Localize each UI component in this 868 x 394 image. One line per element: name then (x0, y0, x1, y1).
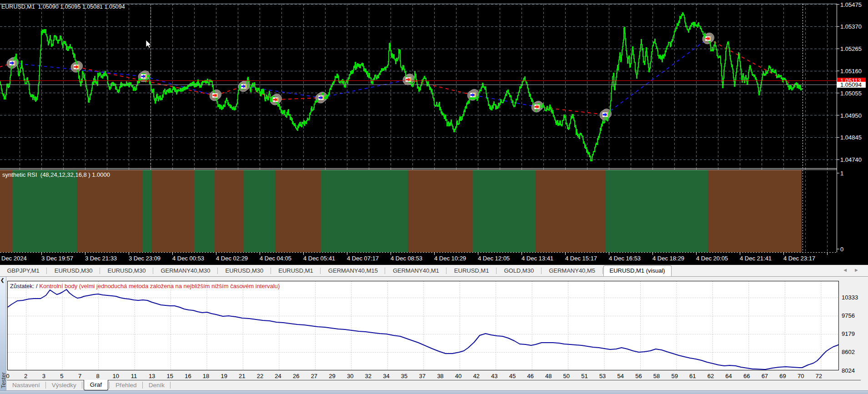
tab-scroll-arrows[interactable]: ◄► (843, 267, 865, 273)
trade-marker-buy[interactable] (602, 112, 608, 117)
trade-axis-label: 32 (365, 373, 371, 379)
trade-axis-label: 18 (203, 373, 209, 379)
rsi-indicator-label: synthetic RSI (48,24,12,32,16,8 ) 1.0000 (2, 171, 110, 178)
chart-tab[interactable]: GERMANY40,M1 (386, 267, 446, 274)
time-axis-label: 4 Dec 08:53 (391, 255, 422, 262)
chart-tab[interactable]: EURUSD,M1 (447, 267, 496, 274)
tester-tab-vysledky[interactable]: Výsledky (46, 382, 82, 389)
rsi-scale-max: 1 (840, 170, 843, 177)
chart-tab[interactable]: EURUSD,M30 (100, 267, 153, 274)
trade-marker-sell[interactable] (74, 65, 79, 69)
time-axis-label: 4 Dec 07:17 (347, 255, 379, 262)
chart-tab[interactable]: GERMANY40,M15 (321, 267, 385, 274)
tab-scroll-left-icon[interactable]: ◄ (843, 267, 854, 273)
tab-separator (82, 382, 83, 389)
trade-axis-label: 61 (689, 373, 696, 379)
trade-axis-label: 21 (239, 373, 245, 379)
tester-tab-prehled[interactable]: Přehled (110, 382, 142, 389)
chart-tab[interactable]: EURUSD,M30 (218, 267, 271, 274)
balance-axis-label: 9179 (842, 330, 855, 337)
trade-axis-label: 37 (419, 373, 425, 379)
time-axis-label: 4 Dec 04:05 (260, 255, 291, 262)
time-axis-label: 4 Dec 16:53 (609, 255, 641, 262)
balance-graph-canvas[interactable] (8, 281, 838, 370)
chart-tab[interactable]: GERMANY40,M30 (154, 267, 217, 274)
chart-window[interactable]: EURUSD,M1 1.05090 1.05095 1.05081 1.0509… (0, 0, 868, 264)
time-axis-label: 4 Dec 05:41 (303, 255, 335, 262)
chart-tab[interactable]: GBPJPY,M1 (0, 267, 46, 274)
trade-marker-buy[interactable] (318, 95, 324, 100)
trade-axis-label: 58 (653, 373, 660, 379)
trade-axis-label: 43 (491, 373, 497, 379)
time-axis-label: 4 Dec 02:29 (216, 255, 248, 262)
trade-axis-label: 10 (113, 373, 119, 379)
trade-marker-sell[interactable] (273, 97, 278, 102)
trade-axis-label: 7 (78, 373, 81, 379)
tester-tab-denik[interactable]: Deník (143, 382, 170, 389)
tester-graph-box[interactable]: Zůstatek: / Kontrolní body (velmi jednod… (7, 281, 839, 370)
rsi-band-green (244, 170, 275, 252)
trade-marker-sell[interactable] (212, 93, 218, 98)
tester-sidebar[interactable]: ❮ Tester (0, 277, 6, 391)
balance-series-label: Zůstatek: / (10, 283, 38, 289)
collapse-panel-icon[interactable]: ❮ (0, 278, 4, 283)
chart-tab[interactable]: EURUSD,M30 (47, 267, 100, 274)
price-chart-canvas[interactable] (0, 0, 868, 264)
trade-axis-label: 53 (599, 373, 606, 379)
trade-axis-label: 46 (527, 373, 533, 379)
trade-axis-label: 27 (311, 373, 317, 379)
price-axis-label: 1.04740 (840, 156, 862, 163)
trade-axis-label: 34 (383, 373, 389, 379)
status-bar (0, 390, 868, 394)
time-axis-label: 3 Dec 19:57 (41, 255, 73, 262)
trade-marker-buy[interactable] (141, 74, 146, 79)
trade-marker-sell[interactable] (705, 36, 711, 41)
time-axis-label: 4 Dec 23:17 (783, 255, 815, 262)
price-line (0, 13, 802, 161)
trade-axis-label: 8 (96, 373, 100, 379)
price-axis-label: 1.05265 (840, 45, 862, 52)
tab-scroll-right-icon[interactable]: ► (854, 267, 865, 273)
trade-axis-label: 30 (347, 373, 353, 379)
trade-axis-label: 24 (275, 373, 281, 379)
trade-marker-sell[interactable] (534, 105, 540, 109)
tester-graph-title: Zůstatek: / Kontrolní body (velmi jednod… (10, 283, 280, 289)
time-axis-label: 4 Dec 12:05 (478, 255, 510, 262)
time-axis-label: 4 Dec 00:53 (172, 255, 204, 262)
trade-axis-label: 59 (671, 373, 677, 379)
control-points-note: Kontrolní body (velmi jednoduchá metoda … (39, 283, 280, 289)
trade-marker-buy[interactable] (470, 93, 476, 97)
rsi-band-green (321, 170, 408, 252)
rsi-band-green (606, 170, 708, 252)
trade-marker-sell[interactable] (406, 77, 411, 82)
trade-axis-label: 45 (509, 373, 516, 379)
balance-axis-label: 9756 (842, 312, 855, 319)
price-axis-label: 1.04950 (840, 112, 862, 119)
rsi-band-brown (275, 170, 321, 252)
chart-tab[interactable]: GERMANY40,M5 (542, 267, 602, 274)
chart-tab[interactable]: GOLD,M30 (497, 267, 541, 274)
strategy-tester-panel: ❮ Tester Zůstatek: / Kontrolní body (vel… (0, 276, 868, 390)
trade-marker-buy[interactable] (10, 61, 15, 65)
trade-line-buy (144, 76, 215, 95)
tester-tab-nastaveni[interactable]: Nastavení (7, 382, 45, 389)
time-axis-label: 4 Dec 13:41 (522, 255, 553, 262)
price-axis-label: 1.05475 (840, 1, 862, 8)
rsi-band-brown (151, 170, 194, 252)
trade-axis-label: 70 (798, 373, 804, 379)
trade-axis-label: 56 (635, 373, 642, 379)
trade-axis-label: 29 (329, 373, 335, 379)
chart-tab[interactable]: EURUSD,M1 (271, 267, 321, 274)
trade-axis-label: 35 (401, 373, 407, 379)
time-axis-label: Dec 2024 (1, 255, 27, 262)
trade-line-sell (276, 98, 321, 100)
rsi-band-brown (215, 170, 244, 252)
chart-tab-active[interactable]: EURUSD,M1 (visual) (603, 265, 672, 276)
time-axis-label: 4 Dec 21:41 (740, 255, 772, 262)
rsi-band-green (194, 170, 215, 252)
trade-marker-buy[interactable] (241, 84, 246, 89)
tester-tab-graf[interactable]: Graf (84, 380, 108, 390)
trade-axis-label: 66 (743, 373, 750, 379)
trade-axis-label: 11 (131, 373, 137, 379)
chart-symbol-ohlc-title: EURUSD,M1 1.05090 1.05095 1.05081 1.0509… (1, 4, 125, 10)
